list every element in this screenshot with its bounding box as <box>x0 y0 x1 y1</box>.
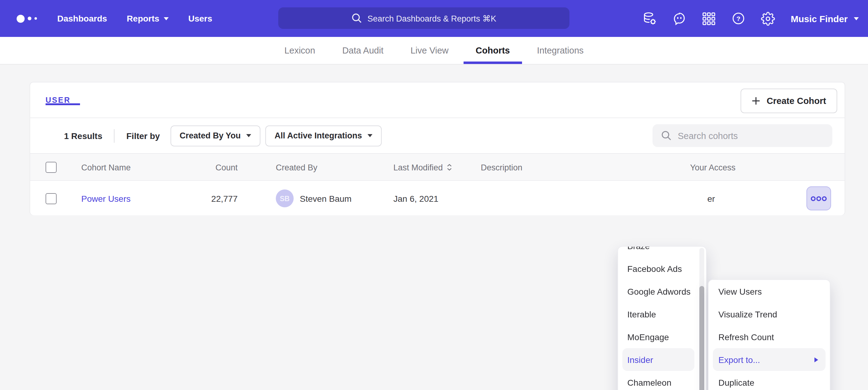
top-navigation-bar: Dashboards Reports Users Search Dashboar… <box>0 0 868 37</box>
avatar: SB <box>276 190 293 207</box>
col-count[interactable]: Count <box>184 154 238 181</box>
tab-integrations[interactable]: Integrations <box>537 37 584 64</box>
chevron-down-icon <box>164 17 169 20</box>
menu-item-duplicate[interactable]: Duplicate <box>709 371 830 390</box>
svg-text:?: ? <box>737 15 741 22</box>
nav-users-label: Users <box>188 13 212 23</box>
your-access-value-partial: er <box>707 181 715 216</box>
submenu-item-google-adwords[interactable]: Google Adwords <box>618 280 699 303</box>
select-all-checkbox-cell <box>45 154 57 181</box>
cohort-count: 22,777 <box>184 181 238 216</box>
help-icon[interactable]: ? <box>732 11 746 26</box>
table-row: Power Users 22,777 SB Steven Baum Jan 6,… <box>30 180 845 215</box>
row-checkbox-cell <box>45 181 57 216</box>
section-tabs: Lexicon Data Audit Live View Cohorts Int… <box>0 37 868 65</box>
row-checkbox[interactable] <box>45 193 57 204</box>
cohorts-card: USER Create Cohort 1 Results Filter by C… <box>30 82 845 215</box>
menu-item-refresh-count[interactable]: Refresh Count <box>709 325 830 348</box>
data-pipelines-icon[interactable] <box>643 11 657 26</box>
nav-dashboards-label: Dashboards <box>57 13 107 23</box>
export-to-submenu: Braze Facebook Ads Google Adwords Iterab… <box>617 246 707 390</box>
tab-lexicon[interactable]: Lexicon <box>284 37 315 64</box>
apps-grid-icon[interactable] <box>702 11 716 26</box>
row-actions-button[interactable] <box>806 186 831 210</box>
settings-gear-icon[interactable] <box>761 11 775 26</box>
results-count: 1 Results <box>64 131 102 140</box>
created-by-cell: SB Steven Baum <box>276 181 351 216</box>
active-tab-underline <box>45 103 80 105</box>
global-search-placeholder: Search Dashboards & Reports ⌘K <box>368 13 496 23</box>
sort-icon <box>447 164 452 171</box>
col-created-by[interactable]: Created By <box>276 154 317 181</box>
menu-item-visualize-trend[interactable]: Visualize Trend <box>709 303 830 325</box>
project-name: Music Finder <box>791 13 848 24</box>
submenu-item-chameleon[interactable]: Chameleon <box>618 371 699 390</box>
col-description[interactable]: Description <box>481 154 522 181</box>
submenu-item-iterable[interactable]: Iterable <box>618 303 699 325</box>
divider <box>114 129 115 142</box>
search-icon <box>351 13 362 23</box>
filter-by-label: Filter by <box>126 131 160 140</box>
tab-user-cohorts[interactable]: USER <box>45 96 70 105</box>
search-cohorts-input-wrap[interactable] <box>653 124 832 147</box>
menu-item-view-users[interactable]: View Users <box>709 280 830 303</box>
feedback-chat-icon[interactable] <box>673 11 687 26</box>
nav-reports[interactable]: Reports <box>117 0 179 37</box>
plus-icon <box>752 97 761 105</box>
topbar-actions: ? Music Finder <box>643 0 859 37</box>
search-cohorts-input[interactable] <box>678 131 819 140</box>
col-last-modified[interactable]: Last Modified <box>393 154 452 181</box>
nav-users[interactable]: Users <box>179 0 222 37</box>
select-all-checkbox[interactable] <box>45 162 57 173</box>
submenu-item-insider[interactable]: Insider <box>622 348 694 371</box>
app-root: Dashboards Reports Users Search Dashboar… <box>0 0 868 390</box>
nav-dashboards[interactable]: Dashboards <box>48 0 117 37</box>
top-nav: Dashboards Reports Users <box>48 0 222 37</box>
created-by-name: Steven Baum <box>300 193 351 203</box>
project-selector[interactable]: Music Finder <box>791 13 859 24</box>
submenu-item-facebook-ads[interactable]: Facebook Ads <box>618 257 699 280</box>
mixpanel-logo-icon[interactable] <box>17 14 42 23</box>
submenu-scrollbar-thumb[interactable] <box>699 286 704 390</box>
submenu-item-moengage[interactable]: MoEngage <box>618 325 699 348</box>
cohort-name-link[interactable]: Power Users <box>81 181 130 216</box>
last-modified-cell: Jan 6, 2021 <box>393 181 438 216</box>
create-cohort-label: Create Cohort <box>767 96 826 106</box>
col-cohort-name[interactable]: Cohort Name <box>81 154 131 181</box>
cohorts-page: USER Create Cohort 1 Results Filter by C… <box>0 65 868 390</box>
submenu-arrow-icon <box>814 357 818 362</box>
tab-cohorts[interactable]: Cohorts <box>475 37 510 64</box>
tab-data-audit[interactable]: Data Audit <box>342 37 383 64</box>
create-cohort-button[interactable]: Create Cohort <box>741 89 837 113</box>
global-search-bar[interactable]: Search Dashboards & Reports ⌘K <box>278 7 569 29</box>
chevron-down-icon <box>246 134 251 137</box>
more-options-icon <box>810 195 827 201</box>
integrations-filter[interactable]: All Active Integrations <box>265 125 382 146</box>
tab-live-view[interactable]: Live View <box>411 37 449 64</box>
row-actions-menu: View Users Visualize Trend Refresh Count… <box>708 279 831 390</box>
submenu-scrollbar-track[interactable] <box>699 248 704 390</box>
table-header: Cohort Name Count Created By Last Modifi… <box>30 153 845 180</box>
created-by-filter[interactable]: Created By You <box>170 125 260 146</box>
chevron-down-icon <box>854 17 859 20</box>
cohort-type-tabs: USER Create Cohort <box>30 83 845 118</box>
col-your-access[interactable]: Your Access <box>690 154 736 181</box>
export-to-submenu-list: Braze Facebook Ads Google Adwords Iterab… <box>618 246 699 390</box>
chevron-down-icon <box>368 134 372 137</box>
nav-reports-label: Reports <box>127 13 159 23</box>
menu-item-export-to[interactable]: Export to... <box>713 348 826 371</box>
filter-row: 1 Results Filter by Created By You All A… <box>30 118 845 153</box>
search-icon <box>661 130 672 141</box>
submenu-item-braze[interactable]: Braze <box>618 246 699 257</box>
